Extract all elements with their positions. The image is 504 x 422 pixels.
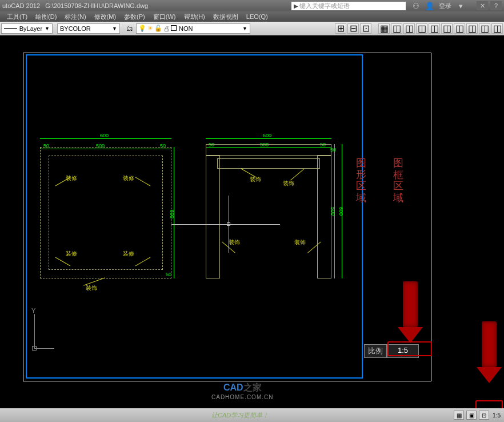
menu-help[interactable]: 帮助(H) — [181, 13, 209, 21]
watermark: CAD之家 CADHOME.COM.CN — [211, 382, 273, 400]
anno: 装修 — [123, 174, 134, 182]
view-cube-6[interactable]: ◫ — [454, 23, 465, 34]
statusbar-scale[interactable]: 1:5 — [491, 412, 502, 419]
search-placeholder: 键入关键字或短语 — [299, 2, 350, 10]
dropdown-icon[interactable]: ▾ — [456, 1, 465, 10]
right-column-right — [317, 156, 331, 278]
statusbar-icon-1[interactable]: ▦ — [454, 411, 464, 420]
annotation-highlight-1 — [387, 341, 432, 356]
menu-leo[interactable]: LEO(Q) — [243, 13, 271, 20]
search-input[interactable]: ▶ 键入关键字或短语 — [291, 2, 406, 10]
view-icon-1[interactable]: ▦ — [378, 23, 390, 34]
chevron-down-icon: ▼ — [45, 26, 50, 31]
label-frame-area: 图框区域 — [391, 150, 405, 196]
view-cube-3[interactable]: ◫ — [416, 23, 427, 34]
menu-dimension[interactable]: 标注(N) — [61, 13, 89, 21]
menu-tools[interactable]: 工具(T) — [3, 13, 31, 21]
title-bar: utoCAD 2012 G:\20150708-ZHIHU\DRAWING.dw… — [0, 0, 504, 11]
chevron-down-icon: ▼ — [112, 26, 117, 31]
menu-draw[interactable]: 绘图(D) — [32, 13, 60, 21]
statusbar-scale-icon[interactable]: ⊡ — [479, 411, 489, 420]
chevron-down-icon: ▼ — [242, 26, 247, 31]
annotation-arrow-1 — [403, 281, 423, 343]
linetype-dropdown[interactable]: ByLayer ▼ — [1, 23, 53, 34]
toolbar: ByLayer ▼ BYCOLOR ▼ 🗂 💡 ☀ 🔓 🖨 NON ▼ ⊞ ⊟ … — [0, 22, 504, 35]
statusbar-icon-2[interactable]: ▣ — [466, 411, 477, 420]
view-cube-1[interactable]: ◫ — [391, 23, 402, 34]
menu-window[interactable]: 窗口(W) — [150, 13, 179, 21]
anno: 装饰 — [86, 284, 97, 292]
crosshair-pickbox — [227, 222, 230, 226]
print-icon: 🖨 — [163, 25, 170, 32]
layer-iso-icon[interactable]: ⊟ — [347, 23, 359, 34]
anno: 装修 — [123, 250, 134, 258]
layer-state-icon[interactable]: ⊞ — [335, 23, 346, 34]
status-bar: 让CAD学习更简单！ ▦ ▣ ⊡ 1:5 — [0, 408, 504, 422]
dim-600-v: 600 — [338, 207, 344, 216]
drawing-canvas[interactable]: 600 50 500 50 600 50 500 50 600 50 500 6… — [0, 35, 504, 399]
slogan-text: 让CAD学习更简单！ — [0, 411, 269, 420]
dim-600: 600 — [100, 133, 109, 138]
login-link[interactable]: 登录 — [439, 2, 451, 10]
exchange-icon[interactable]: ✕ — [477, 1, 488, 10]
menu-bar: 工具(T) 绘图(D) 标注(N) 修改(M) 参数(P) 窗口(W) 帮助(H… — [0, 11, 504, 22]
bulb-icon: 💡 — [139, 25, 146, 32]
dim-600: 600 — [263, 133, 271, 138]
color-dropdown[interactable]: BYCOLOR ▼ — [57, 23, 120, 34]
app-title: utoCAD 2012 G:\20150708-ZHIHU\DRAWING.dw… — [2, 2, 148, 9]
anno: 装饰 — [229, 238, 240, 246]
search-arrow-icon: ▶ — [294, 3, 298, 9]
menu-dataview[interactable]: 数据视图 — [210, 13, 242, 21]
view-cube-4[interactable]: ◫ — [429, 23, 440, 34]
view-cube-2[interactable]: ◫ — [403, 23, 415, 34]
menu-param[interactable]: 参数(P) — [121, 13, 149, 21]
anno: 装修 — [66, 250, 77, 258]
right-beam-top — [206, 144, 331, 156]
menu-modify[interactable]: 修改(M) — [91, 13, 120, 21]
view-cube-9[interactable]: ◫ — [491, 23, 503, 34]
anno: 装饰 — [283, 180, 294, 188]
crosshair-horizontal — [171, 224, 280, 225]
lock-icon: 🔓 — [155, 25, 162, 32]
sun-icon: ☀ — [147, 25, 154, 32]
dim-line — [206, 138, 331, 139]
right-column-left — [206, 156, 220, 278]
label-drawing-area: 图形区域 — [354, 150, 368, 196]
anno: 装饰 — [294, 238, 306, 246]
annotation-arrow-2 — [482, 321, 502, 383]
dim-line — [40, 138, 171, 139]
right-beam-inner — [217, 158, 320, 169]
scale-label: 比例 — [364, 344, 387, 358]
help-button[interactable]: ? — [490, 1, 502, 10]
user-icon[interactable]: 👤 — [425, 1, 434, 10]
color-swatch-icon — [171, 25, 177, 31]
view-cube-7[interactable]: ◫ — [466, 23, 478, 34]
infocenter-icon[interactable]: ⚇ — [411, 1, 421, 10]
layer-prop-icon[interactable]: 🗂 — [125, 23, 135, 34]
view-cube-5[interactable]: ◫ — [441, 23, 453, 34]
layer-dropdown[interactable]: 💡 ☀ 🔓 🖨 NON ▼ — [136, 23, 250, 34]
layer-prev-icon[interactable]: ⊡ — [360, 23, 371, 34]
ucs-icon: Y — [24, 307, 47, 353]
view-cube-8[interactable]: ◫ — [479, 23, 490, 34]
